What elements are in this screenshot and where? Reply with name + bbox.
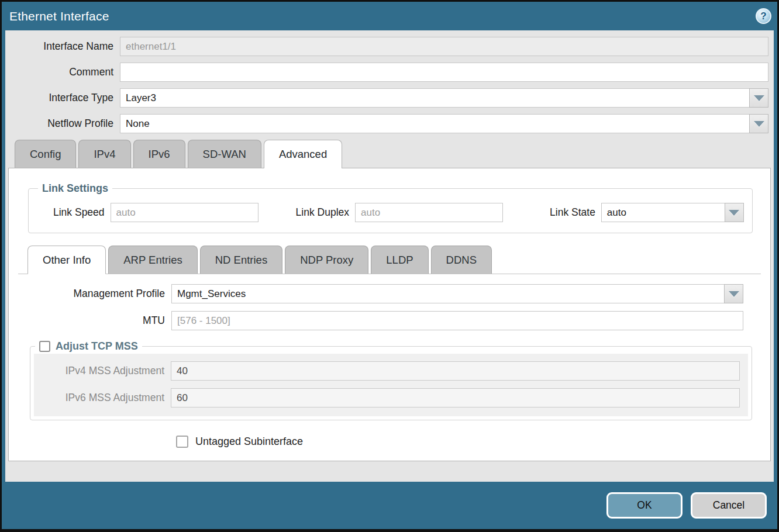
management-profile-dropdown-button[interactable]	[724, 284, 743, 303]
tab-arp-entries[interactable]: ARP Entries	[108, 246, 197, 274]
link-settings-row: Link Speed Link Duplex Link State	[37, 203, 744, 222]
main-tab-bar: Config IPv4 IPv6 SD-WAN Advanced	[5, 140, 774, 168]
tab-ndp-proxy[interactable]: NDP Proxy	[285, 246, 368, 274]
chevron-down-icon	[754, 121, 764, 127]
ok-button[interactable]: OK	[606, 492, 683, 519]
netflow-profile-dropdown	[120, 114, 768, 133]
comment-input[interactable]	[120, 63, 768, 82]
ipv4-mss-label: IPv4 MSS Adjustment	[35, 365, 171, 377]
tab-advanced[interactable]: Advanced	[264, 140, 342, 168]
management-profile-label: Management Profile	[18, 288, 171, 300]
adjust-tcp-mss-legend-text: Adjust TCP MSS	[56, 340, 138, 353]
link-duplex-label: Link Duplex	[280, 206, 355, 219]
mtu-row: MTU	[18, 311, 743, 330]
netflow-profile-label: Netflow Profile	[5, 118, 120, 130]
ipv6-mss-row: IPv6 MSS Adjustment	[35, 388, 740, 407]
comment-row: Comment	[5, 63, 768, 82]
help-icon[interactable]: ?	[756, 8, 771, 24]
untagged-subinterface-label: Untagged Subinterface	[195, 436, 303, 448]
chevron-down-icon	[729, 210, 739, 216]
comment-label: Comment	[5, 66, 120, 78]
ipv4-mss-input	[171, 361, 740, 381]
tab-ddns[interactable]: DDNS	[431, 246, 492, 274]
untagged-subinterface-checkbox[interactable]	[176, 436, 188, 448]
dialog-title: Ethernet Interface	[9, 9, 109, 23]
link-state-dropdown-button[interactable]	[725, 203, 744, 222]
advanced-tab-panel: Link Settings Link Speed Link Duplex Lin…	[8, 168, 771, 461]
tab-sd-wan[interactable]: SD-WAN	[188, 140, 261, 168]
link-state-dropdown	[601, 203, 744, 222]
link-settings-legend: Link Settings	[38, 182, 112, 195]
link-state-label: Link State	[533, 206, 601, 219]
link-state-input[interactable]	[601, 203, 725, 222]
tab-config[interactable]: Config	[15, 140, 76, 168]
interface-type-label: Interface Type	[5, 92, 120, 104]
tab-ipv6[interactable]: IPv6	[133, 140, 185, 168]
ipv4-mss-row: IPv4 MSS Adjustment	[35, 361, 740, 381]
adjust-tcp-mss-legend: Adjust TCP MSS	[35, 340, 142, 353]
adjust-tcp-mss-fieldset: Adjust TCP MSS IPv4 MSS Adjustment IPv6 …	[30, 340, 752, 420]
ipv6-mss-input	[171, 388, 740, 407]
management-profile-dropdown	[171, 284, 743, 303]
interface-name-row: Interface Name	[5, 37, 768, 56]
mtu-label: MTU	[18, 315, 171, 327]
interface-type-input[interactable]	[120, 88, 749, 108]
tab-nd-entries[interactable]: ND Entries	[200, 246, 282, 274]
sub-tab-bar: Other Info ARP Entries ND Entries NDP Pr…	[18, 246, 761, 274]
chevron-down-icon	[729, 291, 739, 297]
netflow-profile-input[interactable]	[120, 114, 749, 133]
netflow-profile-row: Netflow Profile	[5, 114, 768, 133]
mtu-input[interactable]	[171, 311, 743, 330]
dialog-body: Interface Name Comment Interface Type Ne…	[5, 30, 774, 482]
netflow-profile-dropdown-button[interactable]	[749, 114, 768, 133]
dialog-footer: OK Cancel	[2, 482, 777, 529]
ipv6-mss-label: IPv6 MSS Adjustment	[35, 392, 171, 404]
link-speed-input[interactable]	[111, 203, 258, 222]
management-profile-input[interactable]	[171, 284, 724, 303]
link-settings-fieldset: Link Settings Link Speed Link Duplex Lin…	[28, 182, 753, 233]
interface-type-row: Interface Type	[5, 88, 768, 108]
interface-name-input	[120, 37, 768, 56]
chevron-down-icon	[754, 95, 764, 101]
ethernet-interface-dialog: Ethernet Interface ? Interface Name Comm…	[0, 0, 779, 532]
interface-name-label: Interface Name	[5, 40, 120, 53]
tab-lldp[interactable]: LLDP	[371, 246, 428, 274]
adjust-tcp-mss-checkbox[interactable]	[39, 341, 50, 352]
mss-disabled-area: IPv4 MSS Adjustment IPv6 MSS Adjustment	[34, 354, 748, 416]
untagged-subinterface-row: Untagged Subinterface	[176, 436, 761, 448]
cancel-button[interactable]: Cancel	[691, 492, 767, 519]
link-speed-label: Link Speed	[37, 206, 111, 219]
tab-other-info[interactable]: Other Info	[27, 246, 106, 274]
other-info-panel: Management Profile MTU Adjust	[18, 274, 761, 448]
interface-type-dropdown	[120, 88, 768, 108]
tab-ipv4[interactable]: IPv4	[78, 140, 130, 168]
interface-type-dropdown-button[interactable]	[749, 88, 768, 108]
management-profile-row: Management Profile	[18, 284, 743, 303]
link-duplex-input[interactable]	[355, 203, 503, 222]
dialog-titlebar: Ethernet Interface ?	[2, 2, 777, 30]
